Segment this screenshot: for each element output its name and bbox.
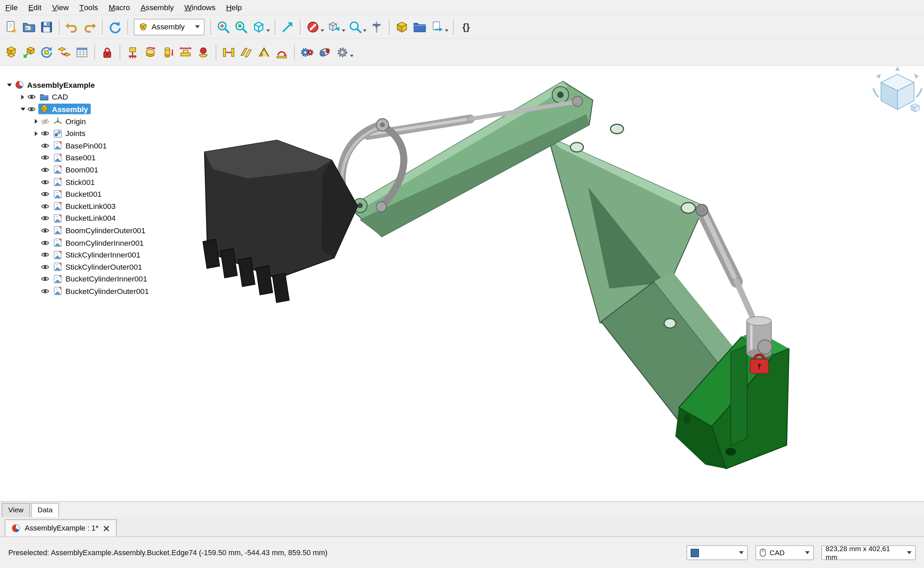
visibility-eye-icon[interactable] [41,202,52,211]
tree-item-label[interactable]: AssemblyExample [27,81,95,89]
clipping-dropdown-icon[interactable] [321,29,324,32]
expander-icon[interactable] [32,131,41,136]
menu-item-windows[interactable]: Windows [179,0,221,15]
tree-item-boomcylinderouter001[interactable]: BoomCylinderOuter001 [1,224,195,237]
menu-item-edit[interactable]: Edit [23,0,47,15]
tree-item-stickcylinderinner001[interactable]: StickCylinderInner001 [1,249,195,261]
visibility-eye-icon[interactable] [41,226,52,235]
visibility-eye-icon[interactable] [41,141,52,150]
new-document-button[interactable] [2,18,20,35]
expander-icon[interactable] [5,83,14,86]
menu-item-help[interactable]: Help [221,0,247,15]
tree-item-boomcylinderinner001[interactable]: BoomCylinderInner001 [1,237,195,249]
clipping-plane-button[interactable] [304,18,321,35]
menu-item-view[interactable]: View [47,0,74,15]
workbench-selector[interactable]: Assembly [134,18,204,35]
zoom-button[interactable] [347,18,364,35]
tree-item-label[interactable]: Boom001 [65,165,98,174]
visibility-eye-icon[interactable] [41,129,52,138]
fit-all-button[interactable] [214,18,232,35]
create-angle-joint-button[interactable] [255,43,273,61]
visibility-eye-icon[interactable] [41,178,52,186]
insert-component-button[interactable] [20,43,38,61]
open-document-button[interactable] [20,18,38,35]
create-distance-joint-button[interactable] [220,43,238,61]
visibility-eye-icon[interactable] [41,263,52,271]
tree-item-bucketlink003[interactable]: BucketLink003 [1,200,195,212]
tree-item-label[interactable]: Bucket001 [65,190,101,198]
tree-item-assemblyexample[interactable]: AssemblyExample [1,79,195,91]
tree-item-label[interactable]: BucketLink003 [65,202,116,211]
tree-item-bucketcylinderouter001[interactable]: BucketCylinderOuter001 [1,285,195,297]
toggle-grounded-button[interactable] [98,43,116,61]
tree-item-bucketcylinderinner001[interactable]: BucketCylinderInner001 [1,273,195,285]
measure-button[interactable] [368,18,385,35]
navigation-style-selector[interactable]: CAD [756,545,814,560]
visibility-eye-icon[interactable] [41,214,52,223]
refresh-button[interactable] [106,18,124,35]
tab-view[interactable]: View [2,503,30,517]
zoom-dropdown-icon[interactable] [363,29,367,32]
visibility-eye-icon[interactable] [41,153,52,162]
close-icon[interactable] [103,524,111,532]
create-cylindrical-joint-button[interactable] [159,43,177,61]
expander-icon[interactable] [32,119,41,124]
visibility-eye-icon[interactable] [41,238,52,247]
create-revolute-joint-button[interactable] [141,43,159,61]
tree-item-bucketlink004[interactable]: BucketLink004 [1,212,195,224]
expander-icon[interactable] [18,108,27,111]
create-parallel-joint-button[interactable] [238,43,255,61]
create-ball-joint-button[interactable] [194,43,212,61]
visibility-eye-icon[interactable] [41,287,52,296]
make-link-button[interactable] [429,18,446,35]
tree-item-label[interactable]: Joints [65,129,85,138]
tree-item-label[interactable]: BoomCylinderInner001 [65,238,144,247]
menu-item-assembly[interactable]: Assembly [135,0,179,15]
tree-item-label[interactable]: StickCylinderOuter001 [65,263,142,271]
tree-item-base001[interactable]: Base001 [1,151,195,164]
solve-assembly-button[interactable] [38,43,55,61]
bill-of-materials-button[interactable] [73,43,91,61]
tree-item-label[interactable]: BasePin001 [65,141,107,150]
dimension-display-selector[interactable]: 823,28 mm x 402,61 mm [821,545,916,560]
create-gear-joint-button[interactable] [298,43,316,61]
tree-item-label[interactable]: Stick001 [65,178,95,186]
visibility-eye-icon[interactable] [27,105,38,114]
visibility-eye-icon[interactable] [41,165,52,174]
tree-item-stickcylinderouter001[interactable]: StickCylinderOuter001 [1,261,195,273]
tree-item-joints[interactable]: Joints [1,128,195,140]
tree-item-label[interactable]: Base001 [65,153,96,162]
tree-item-label[interactable]: BucketLink004 [65,214,116,223]
box-element-view-button[interactable] [325,18,343,35]
tab-data[interactable]: Data [31,503,59,517]
visibility-eye-icon[interactable] [41,117,52,125]
tree-item-stick001[interactable]: Stick001 [1,176,195,188]
draw-style-selector[interactable] [686,545,748,560]
tree-item-cad[interactable]: CAD [1,91,195,103]
create-fixed-joint-button[interactable] [124,43,141,61]
visibility-eye-icon[interactable] [41,190,52,198]
menu-item-macro[interactable]: Macro [103,0,135,15]
expression-editor-button[interactable]: {} [457,18,475,35]
view-dropdown-icon[interactable] [267,29,270,32]
expander-icon[interactable] [18,95,27,100]
undo-button[interactable] [63,18,81,35]
tree-item-label[interactable]: Origin [65,117,86,125]
create-slider-joint-button[interactable] [177,43,194,61]
tree-item-label[interactable]: StickCylinderInner001 [65,251,141,259]
visibility-eye-icon[interactable] [41,275,52,284]
gear-belt-dropdown-icon[interactable] [350,54,353,57]
save-document-button[interactable] [38,18,55,35]
document-tab[interactable]: AssemblyExample : 1* [5,520,117,536]
tree-item-assembly[interactable]: Assembly [1,103,195,115]
tree-item-label[interactable]: CAD [52,93,68,101]
tree-item-boom001[interactable]: Boom001 [1,164,195,176]
box-view-dropdown-icon[interactable] [342,29,345,32]
tree-item-basepin001[interactable]: BasePin001 [1,139,195,151]
menu-item-tools[interactable]: Tools [74,0,103,15]
axonometric-view-button[interactable] [250,18,268,35]
link-dropdown-icon[interactable] [445,29,448,32]
create-flexible-assembly-button[interactable] [55,43,73,61]
create-group-button[interactable] [410,18,428,35]
tree-item-label[interactable]: BucketCylinderInner001 [65,275,147,284]
